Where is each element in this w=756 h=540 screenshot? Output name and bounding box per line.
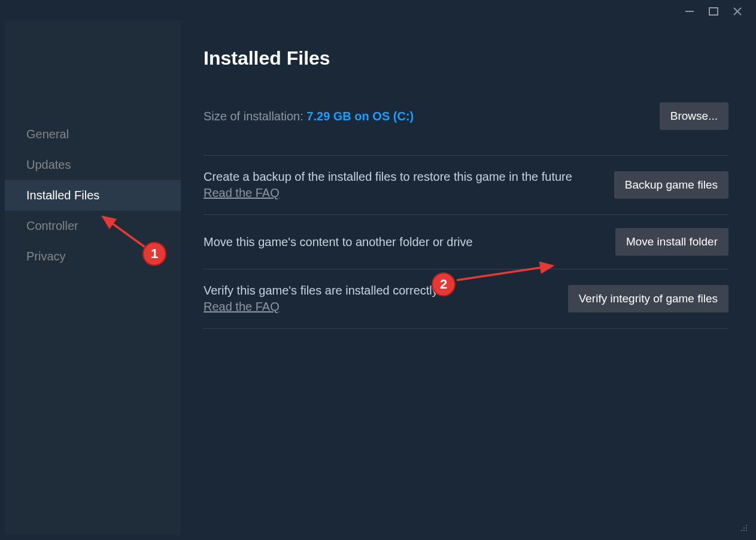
page-title: Installed Files: [204, 47, 728, 69]
close-button[interactable]: [728, 4, 746, 19]
sidebar-item-controller[interactable]: Controller: [5, 211, 181, 241]
sidebar-item-installed-files[interactable]: Installed Files: [5, 180, 181, 211]
move-row: Move this game's content to another fold…: [204, 214, 728, 269]
resize-grip[interactable]: [739, 523, 748, 532]
sidebar-item-general[interactable]: General: [5, 119, 181, 150]
sidebar-item-updates[interactable]: Updates: [5, 150, 181, 180]
backup-row: Create a backup of the installed files t…: [204, 155, 728, 214]
verify-text: Verify this game's files are installed c…: [204, 283, 438, 315]
main-panel: Installed Files Size of installation: 7.…: [181, 20, 751, 535]
sidebar-item-label: Updates: [26, 158, 71, 171]
sidebar-item-label: General: [26, 128, 69, 141]
verify-faq-link[interactable]: Read the FAQ: [204, 299, 280, 315]
sidebar-item-label: Privacy: [26, 250, 66, 263]
sidebar-item-label: Controller: [26, 219, 78, 232]
install-size-value: 7.29 GB on OS (C:): [306, 110, 414, 123]
install-size-text: Size of installation: 7.29 GB on OS (C:): [204, 110, 414, 123]
svg-rect-1: [709, 8, 718, 15]
maximize-icon: [708, 6, 719, 17]
verify-row: Verify this game's files are installed c…: [204, 269, 728, 329]
verify-button[interactable]: Verify integrity of game files: [568, 285, 728, 313]
backup-text: Create a backup of the installed files t…: [204, 169, 572, 201]
backup-faq-link[interactable]: Read the FAQ: [204, 185, 280, 201]
backup-button[interactable]: Backup game files: [614, 171, 728, 199]
steam-properties-window: General Updates Installed Files Controll…: [5, 2, 751, 535]
titlebar: [5, 2, 751, 20]
sidebar-item-privacy[interactable]: Privacy: [5, 241, 181, 272]
minimize-icon: [684, 6, 695, 17]
install-size-label: Size of installation:: [204, 110, 306, 123]
minimize-button[interactable]: [681, 4, 699, 19]
browse-button[interactable]: Browse...: [660, 102, 728, 130]
move-button[interactable]: Move install folder: [615, 228, 728, 256]
window-body: General Updates Installed Files Controll…: [5, 20, 751, 535]
backup-desc: Create a backup of the installed files t…: [204, 170, 572, 183]
maximize-button[interactable]: [705, 4, 722, 19]
close-icon: [732, 6, 743, 17]
move-desc: Move this game's content to another fold…: [204, 234, 473, 250]
sidebar: General Updates Installed Files Controll…: [5, 20, 181, 535]
install-size-row: Size of installation: 7.29 GB on OS (C:)…: [204, 102, 728, 155]
verify-desc: Verify this game's files are installed c…: [204, 284, 438, 297]
sidebar-item-label: Installed Files: [26, 189, 99, 202]
